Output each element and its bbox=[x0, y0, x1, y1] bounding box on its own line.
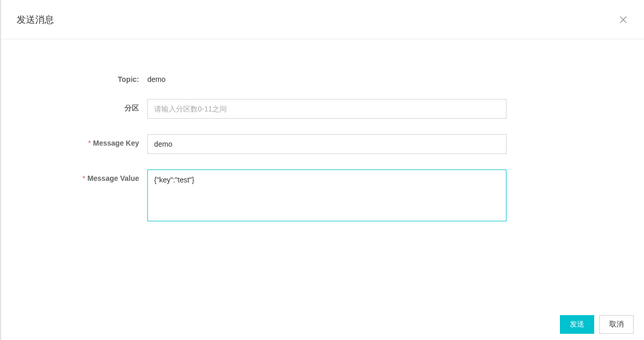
label-partition: 分区 bbox=[17, 99, 147, 113]
row-message-key: *Message Key bbox=[17, 134, 628, 154]
cancel-button[interactable]: 取消 bbox=[599, 315, 634, 334]
label-topic: Topic: bbox=[17, 70, 147, 83]
message-key-input[interactable] bbox=[147, 134, 506, 154]
label-message-key: *Message Key bbox=[17, 134, 147, 147]
row-topic: Topic: demo bbox=[17, 70, 628, 83]
modal-title: 发送消息 bbox=[17, 13, 54, 26]
send-message-modal: 发送消息 Topic: demo 分区 *Message Key bbox=[0, 0, 644, 340]
row-message-value: *Message Value bbox=[17, 169, 628, 223]
modal-footer: 发送 取消 bbox=[560, 315, 634, 334]
row-partition: 分区 bbox=[17, 99, 628, 119]
partition-input[interactable] bbox=[147, 99, 506, 119]
value-topic: demo bbox=[147, 70, 166, 83]
modal-body: Topic: demo 分区 *Message Key *Message Val… bbox=[1, 39, 644, 254]
message-value-textarea[interactable] bbox=[147, 169, 506, 221]
submit-button[interactable]: 发送 bbox=[560, 315, 594, 334]
modal-header: 发送消息 bbox=[1, 0, 644, 39]
label-message-value: *Message Value bbox=[17, 169, 147, 182]
required-mark: * bbox=[83, 174, 85, 182]
close-icon[interactable] bbox=[618, 15, 628, 25]
required-mark: * bbox=[88, 139, 91, 147]
